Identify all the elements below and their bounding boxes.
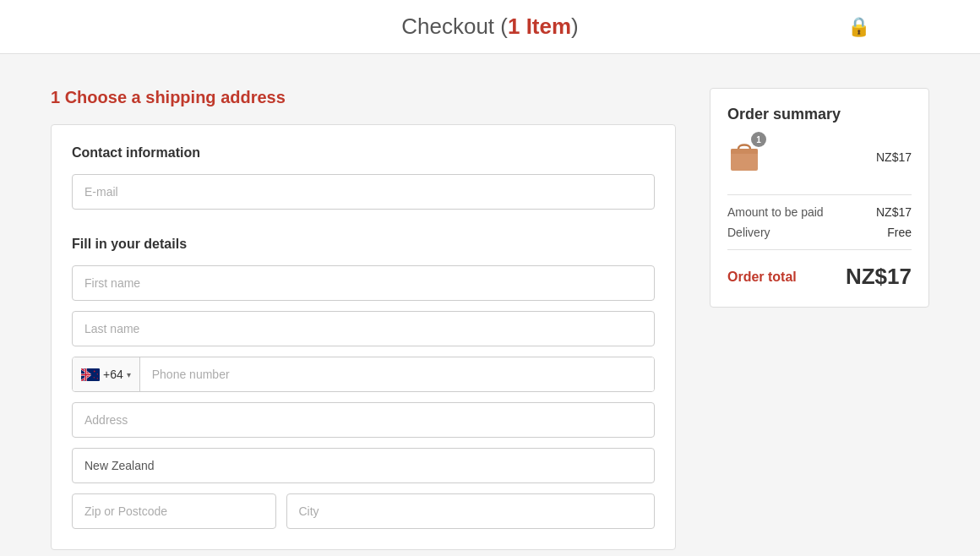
summary-divider-2 [727, 249, 912, 250]
left-column: 1 Choose a shipping address Contact info… [51, 88, 676, 550]
svg-text:✦: ✦ [93, 376, 95, 379]
city-field[interactable] [286, 493, 656, 529]
nz-flag-icon: ✦ ✦ ✦ ✦ [81, 368, 100, 381]
zip-city-row [72, 493, 655, 529]
product-row: 1 NZ$17 [727, 137, 912, 177]
section-title: 1 Choose a shipping address [51, 88, 676, 107]
svg-text:✦: ✦ [96, 377, 99, 380]
order-total-row: Order total NZ$17 [727, 264, 912, 290]
product-price: NZ$17 [876, 150, 912, 164]
first-name-field[interactable] [72, 265, 655, 301]
chevron-down-icon: ▾ [127, 370, 131, 379]
product-badge: 1 [751, 132, 766, 147]
right-column: Order summary 1 NZ$17 Amount to be paid … [710, 88, 929, 308]
order-summary-card: Order summary 1 NZ$17 Amount to be paid … [710, 88, 929, 308]
main-content: 1 Choose a shipping address Contact info… [25, 54, 955, 556]
summary-divider [727, 194, 912, 195]
lock-icon: 🔒 [847, 16, 870, 38]
order-total-amount: NZ$17 [846, 264, 912, 290]
phone-row: ✦ ✦ ✦ ✦ +64 ▾ [72, 357, 655, 392]
last-name-field[interactable] [72, 311, 655, 346]
country-code: +64 [103, 368, 123, 381]
delivery-row: Delivery Free [727, 226, 912, 239]
header: Checkout (1 Item) 🔒 [0, 0, 980, 54]
country-field[interactable] [72, 448, 655, 483]
svg-rect-14 [731, 149, 758, 154]
email-field[interactable] [72, 174, 655, 210]
order-total-label: Order total [727, 270, 797, 285]
form-card: Contact information Fill in your details [51, 124, 676, 550]
contact-info-label: Contact information [72, 145, 655, 161]
amount-value: NZ$17 [876, 205, 912, 219]
product-image-wrap: 1 [727, 137, 761, 177]
phone-number-field[interactable] [140, 357, 654, 391]
delivery-value: Free [887, 226, 912, 239]
zip-postcode-field[interactable] [72, 493, 276, 529]
amount-label: Amount to be paid [727, 205, 824, 219]
amount-to-be-paid-row: Amount to be paid NZ$17 [727, 205, 912, 219]
address-field[interactable] [72, 402, 655, 438]
item-count: 1 Item [508, 14, 571, 39]
delivery-label: Delivery [727, 226, 770, 239]
svg-text:✦: ✦ [96, 373, 99, 376]
order-summary-title: Order summary [727, 106, 912, 123]
page-title: Checkout (1 Item) [401, 14, 579, 40]
phone-country-selector[interactable]: ✦ ✦ ✦ ✦ +64 ▾ [73, 357, 140, 391]
fill-details-label: Fill in your details [72, 237, 655, 252]
